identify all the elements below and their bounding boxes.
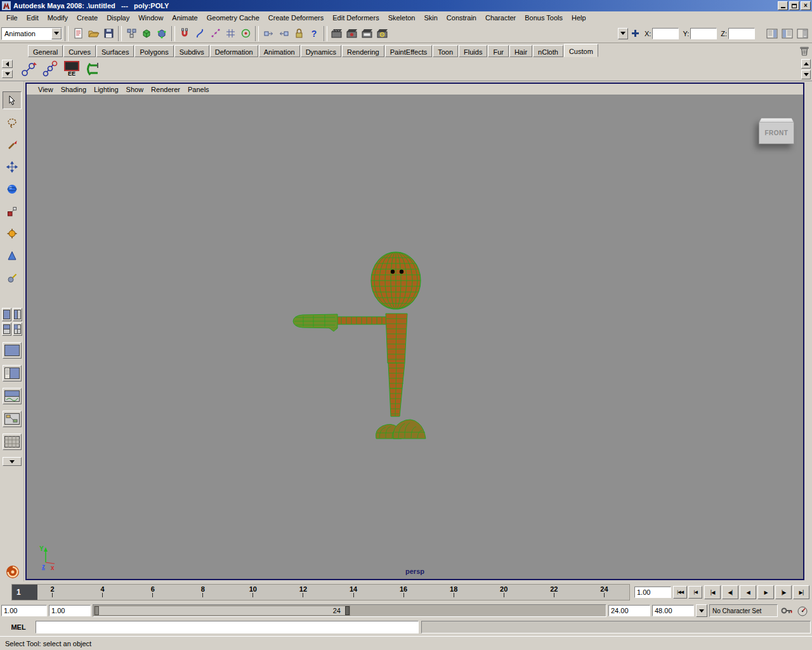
save-scene-icon[interactable] [102, 27, 115, 41]
render-current-frame-icon[interactable] [345, 27, 359, 41]
snap-point-icon[interactable] [208, 27, 222, 41]
transport-button[interactable]: ▶| [793, 585, 809, 599]
select-component-icon[interactable] [155, 27, 169, 41]
auto-keyframe-icon[interactable] [780, 604, 794, 617]
step-key-button[interactable]: |◀◀ [673, 586, 687, 599]
range-end-handle[interactable] [345, 606, 350, 615]
menu-item-skin[interactable]: Skin [419, 12, 442, 23]
transport-button[interactable]: ◀ [740, 585, 756, 599]
layout-uv-editor-button[interactable] [3, 434, 22, 450]
shelf-tab-surfaces[interactable]: Surfaces [96, 45, 134, 57]
transport-button[interactable]: |▶ [775, 585, 792, 599]
brush-swirl-icon[interactable] [5, 565, 19, 579]
rotate-tool-button[interactable] [3, 180, 22, 198]
shelf-tab-hair[interactable]: Hair [509, 45, 532, 57]
menu-item-animate[interactable]: Animate [167, 12, 202, 23]
current-time-input[interactable] [634, 587, 671, 598]
playback-range-bar[interactable]: 24 [94, 606, 350, 616]
shelf-tab-ncloth[interactable]: nCloth [533, 45, 563, 57]
snap-plane-icon[interactable] [223, 27, 237, 41]
select-object-icon[interactable] [140, 27, 154, 41]
transport-button[interactable]: |◀ [704, 585, 721, 599]
menu-set-dropdown-arrow[interactable] [51, 28, 62, 39]
timeline-ruler[interactable]: 1 24681012141618202224 [11, 584, 630, 600]
playback-end-input[interactable] [608, 605, 650, 616]
viewport-panel[interactable]: ViewShadingLightingShowRendererPanels [25, 83, 804, 580]
shelf-options-button[interactable] [2, 70, 13, 78]
menu-item-window[interactable]: Window [134, 12, 167, 23]
shelf-scroll-down-button[interactable] [801, 70, 811, 79]
quick-layout-four-pane-button[interactable] [13, 322, 22, 336]
panel-menu-show[interactable]: Show [122, 84, 148, 95]
separator[interactable] [171, 26, 175, 41]
transport-button[interactable]: ◀| [722, 585, 738, 599]
step-key-button[interactable]: |◀ [688, 586, 702, 599]
layout-persp-outliner-button[interactable] [3, 365, 22, 381]
lasso-tool-button[interactable] [3, 114, 22, 131]
shelf-item-clamp[interactable] [82, 58, 104, 80]
transport-button[interactable]: ▶ [757, 585, 774, 599]
menu-item-constrain[interactable]: Constrain [442, 12, 481, 23]
animation-preferences-icon[interactable] [796, 604, 809, 617]
separator[interactable] [65, 26, 69, 41]
layout-hypergraph-button[interactable] [3, 411, 22, 427]
shelf-tab-subdivs[interactable]: Subdivs [174, 45, 209, 57]
viewcube[interactable]: FRONT [759, 114, 794, 145]
playback-start-input[interactable] [49, 605, 91, 616]
menu-item-help[interactable]: Help [567, 12, 591, 23]
ipr-render-icon[interactable] [360, 27, 374, 41]
minimize-button[interactable] [778, 1, 788, 10]
animation-end-input[interactable] [652, 605, 694, 616]
show-attribute-editor-icon[interactable] [765, 27, 779, 41]
question-mark-icon[interactable]: ? [307, 27, 321, 41]
paint-select-tool-button[interactable] [3, 136, 22, 154]
shelf-tab-fur[interactable]: Fur [488, 45, 509, 57]
layout-persp-graph-button[interactable] [3, 388, 22, 404]
separator[interactable] [118, 26, 122, 41]
layout-persp-button[interactable] [3, 342, 22, 359]
animation-start-input[interactable] [1, 605, 47, 616]
new-scene-icon[interactable] [71, 27, 85, 41]
separator[interactable] [255, 26, 259, 41]
select-hierarchy-icon[interactable] [124, 27, 138, 41]
mel-input[interactable] [36, 621, 419, 633]
layout-more-button[interactable] [3, 457, 22, 466]
render-settings-icon[interactable] [376, 27, 390, 41]
character-model[interactable] [27, 95, 803, 579]
menu-item-edit-deformers[interactable]: Edit Deformers [328, 12, 383, 23]
open-scene-icon[interactable] [86, 27, 100, 41]
shelf-tab-deformation[interactable]: Deformation [210, 45, 258, 57]
range-start-handle[interactable] [95, 606, 99, 615]
menu-item-character[interactable]: Character [481, 12, 520, 23]
panel-menu-lighting[interactable]: Lighting [90, 84, 122, 95]
character-set-field[interactable]: No Character Set [709, 604, 778, 617]
menu-item-create-deformers[interactable]: Create Deformers [264, 12, 328, 23]
soft-mod-tool-button[interactable] [3, 247, 22, 265]
shelf-menu-button[interactable] [2, 60, 13, 68]
show-manipulator-tool-button[interactable] [3, 269, 22, 287]
shelf-tab-curves[interactable]: Curves [63, 45, 96, 57]
menu-item-display[interactable]: Display [102, 12, 134, 23]
viewcube-front-face[interactable]: FRONT [759, 123, 794, 144]
shelf-tab-dynamics[interactable]: Dynamics [301, 45, 341, 57]
x-input[interactable] [652, 28, 679, 39]
range-slider-track[interactable]: 24 [93, 604, 606, 617]
z-input[interactable] [728, 28, 755, 39]
make-live-icon[interactable] [239, 27, 252, 41]
shelf-item-joint-tool[interactable] [39, 58, 61, 80]
quick-layout-single-button[interactable] [2, 308, 11, 321]
quick-layout-two-pane-button[interactable] [13, 308, 22, 321]
output-connections-icon[interactable] [277, 27, 291, 41]
shelf-tab-custom[interactable]: Custom [564, 44, 598, 57]
panel-menu-view[interactable]: View [34, 84, 57, 95]
panel-menu-renderer[interactable]: Renderer [147, 84, 184, 95]
move-tool-button[interactable] [3, 158, 22, 176]
field-entry-mode-dropdown[interactable] [618, 28, 628, 39]
menu-item-bonus-tools[interactable]: Bonus Tools [520, 12, 567, 23]
scale-tool-button[interactable] [3, 202, 22, 220]
snap-grid-icon[interactable] [178, 27, 192, 41]
construction-history-icon[interactable] [292, 27, 306, 41]
panel-menu-shading[interactable]: Shading [57, 84, 90, 95]
menu-item-geometry-cache[interactable]: Geometry Cache [202, 12, 264, 23]
quick-layout-stacked-button[interactable] [2, 322, 11, 336]
